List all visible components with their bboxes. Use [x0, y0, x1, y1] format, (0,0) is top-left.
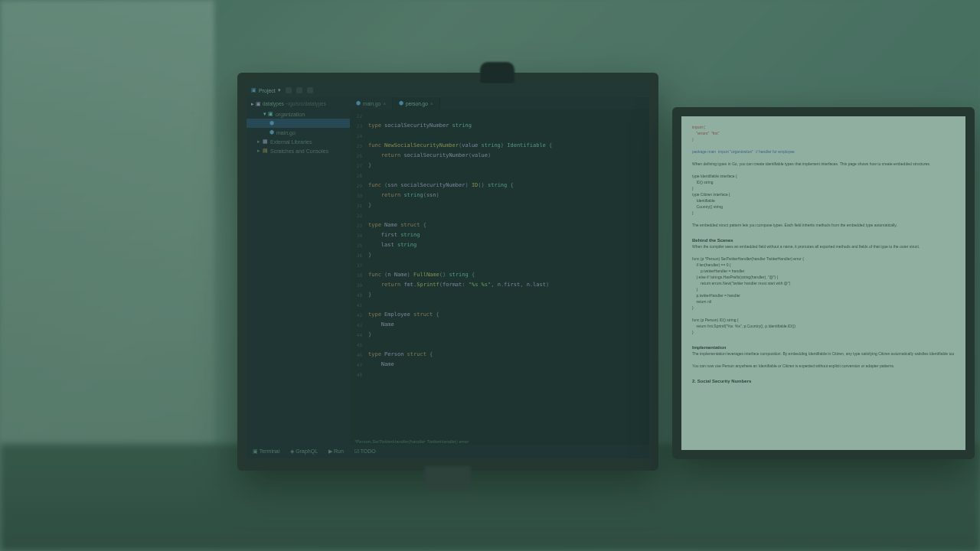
parameter-hint: *Person.SetTwitterHandler(handler Twitte… [350, 439, 649, 445]
tree-item-scratches[interactable]: ▸ ▤ Scratches and Consoles [247, 146, 350, 155]
todo-icon: ☑ [354, 448, 359, 454]
go-file-icon: ⬢ [270, 129, 274, 135]
chevron-right-icon: ▸ [257, 148, 260, 154]
close-icon[interactable]: × [383, 101, 386, 106]
chevron-down-icon: ▾ [278, 87, 281, 93]
run-tab[interactable]: ▶ Run [328, 448, 344, 455]
tree-root-name: datatypes [263, 101, 284, 106]
ide-window: ▣ Project ▾ ▸ ▣ datatypes ~/go/src/datat… [247, 83, 649, 458]
graphql-tab[interactable]: ◈ GraphQL [290, 448, 318, 455]
tree-item-label: External Libraries [270, 139, 312, 145]
graphql-icon: ◈ [290, 448, 294, 454]
tree-root[interactable]: ▸ ▣ datatypes ~/go/src/datatypes [247, 99, 350, 109]
scratch-icon: ▤ [263, 148, 268, 154]
go-file-icon: ⬢ [270, 120, 274, 126]
browser-page: import ( "errors" "fmt" ) package main i… [681, 116, 965, 450]
folder-icon: ▾ ▣ [263, 111, 273, 117]
editor-tabs: ⬢ main.go × ⬢ person.go × [350, 97, 649, 109]
project-label: Project [259, 88, 276, 93]
webcam [480, 62, 514, 83]
close-icon[interactable]: × [430, 101, 433, 106]
toolbar-button-3[interactable] [307, 87, 313, 93]
line-gutter: 2223242526272829303132333435363738394041… [350, 109, 365, 439]
tab-person-go[interactable]: ⬢ person.go × [393, 97, 440, 109]
tree-item-label: organization [276, 112, 305, 117]
tab-label: main.go [363, 101, 381, 106]
ide-statusbar: ▣ Terminal ◈ GraphQL ▶ Run ☑ TODO [247, 445, 649, 458]
todo-tab[interactable]: ☑ TODO [354, 448, 376, 455]
terminal-icon: ▣ [253, 448, 258, 454]
folder-icon: ▸ ▣ [251, 101, 261, 106]
project-dropdown[interactable]: ▣ Project ▾ [251, 87, 281, 93]
terminal-tab[interactable]: ▣ Terminal [253, 448, 279, 455]
tree-root-path: ~/go/src/datatypes [286, 101, 326, 106]
run-icon: ▶ [328, 448, 332, 454]
tree-item-external-libs[interactable]: ▸ ▦ External Libraries [247, 137, 350, 146]
editor-panel: ⬢ main.go × ⬢ person.go × 22232425262728… [350, 97, 649, 445]
library-icon: ▦ [263, 139, 268, 145]
toolbar-button-2[interactable] [296, 87, 302, 93]
tree-item-selected[interactable]: ⬢ [247, 119, 350, 128]
monitor-right: import ( "errors" "fmt" ) package main i… [672, 107, 975, 459]
tab-main-go[interactable]: ⬢ main.go × [350, 97, 393, 109]
code-editor[interactable]: 2223242526272829303132333435363738394041… [350, 109, 649, 439]
chevron-right-icon: ▸ [257, 139, 260, 145]
go-file-icon: ⬢ [399, 100, 403, 106]
toolbar-button-1[interactable] [286, 87, 292, 93]
monitor-main: ▣ Project ▾ ▸ ▣ datatypes ~/go/src/datat… [237, 73, 658, 471]
ide-toolbar: ▣ Project ▾ [247, 83, 649, 97]
folder-icon: ▣ [251, 87, 256, 93]
tree-item-organization[interactable]: ▾ ▣ organization [247, 109, 350, 119]
project-tree: ▸ ▣ datatypes ~/go/src/datatypes ▾ ▣ org… [247, 97, 350, 445]
tree-item-label: main.go [276, 130, 296, 135]
code-area[interactable]: type socialSecurityNumber string func Ne… [365, 109, 649, 439]
tab-label: person.go [406, 101, 428, 106]
tree-item-label: Scratches and Consoles [270, 148, 328, 154]
tree-item-main-go[interactable]: ⬢ main.go [247, 128, 350, 137]
go-file-icon: ⬢ [356, 100, 361, 106]
ide-body: ▸ ▣ datatypes ~/go/src/datatypes ▾ ▣ org… [247, 97, 649, 445]
